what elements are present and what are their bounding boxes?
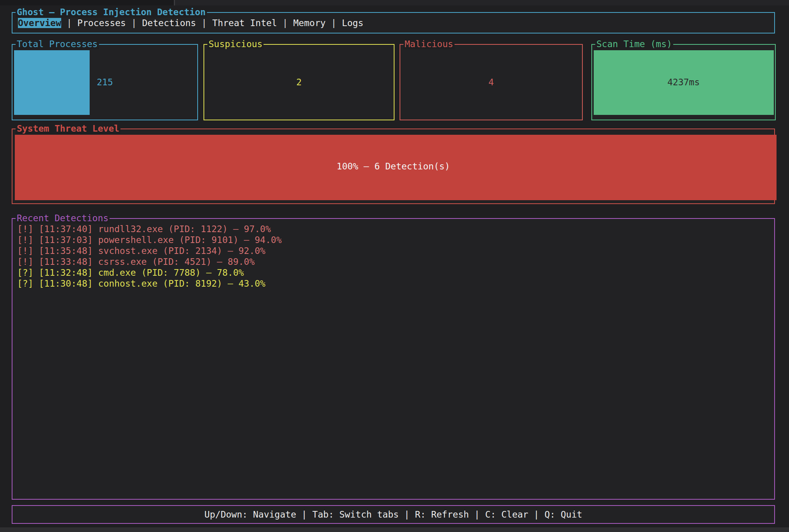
window-top-edge-segment (175, 0, 789, 5)
window-tab-divider (174, 0, 175, 5)
recent-detections-title: Recent Detections (16, 213, 110, 224)
threat-gauge-label: 100% — 6 Detection(s) (12, 129, 774, 203)
window-bottom-edge (0, 527, 789, 532)
tab-separator: | (126, 18, 142, 28)
tab-memory[interactable]: Memory (293, 18, 326, 28)
recent-detections-panel: Recent Detections [!] [11:37:40] rundll3… (12, 218, 775, 500)
suspicious-card: Suspicious 2 (203, 44, 394, 120)
tab-separator: | (196, 18, 212, 28)
suspicious-value: 2 (204, 45, 394, 120)
tab-detections[interactable]: Detections (142, 18, 196, 28)
scan-time-value: 4237ms (592, 45, 775, 120)
tab-separator: | (61, 18, 78, 28)
detection-row[interactable]: [!] [11:37:03] powershell.exe (PID: 9101… (17, 234, 774, 245)
tab-threat-intel[interactable]: Threat Intel (212, 18, 277, 28)
tab-overview[interactable]: Overview (18, 18, 61, 28)
app-title: Ghost — Process Injection Detection (16, 7, 207, 18)
detection-row[interactable]: [!] [11:37:40] rundll32.exe (PID: 1122) … (17, 224, 774, 234)
tab-separator: | (326, 18, 342, 28)
help-bar: Up/Down: Navigate | Tab: Switch tabs | R… (12, 505, 775, 524)
system-threat-level-panel: System Threat Level 100% — 6 Detection(s… (12, 129, 775, 204)
scan-time-card: Scan Time (ms) 4237ms (591, 44, 776, 120)
window-top-edge (0, 0, 789, 5)
detection-row[interactable]: [?] [11:32:48] cmd.exe (PID: 7788) — 78.… (17, 267, 774, 278)
total-processes-value: 215 (12, 45, 197, 120)
detection-row[interactable]: [!] [11:35:48] svchost.exe (PID: 2134) —… (17, 245, 774, 256)
tab-bar: Ghost — Process Injection Detection Over… (12, 12, 775, 33)
tab-separator: | (277, 18, 294, 28)
detections-list: [!] [11:37:40] rundll32.exe (PID: 1122) … (12, 219, 774, 289)
tab-processes[interactable]: Processes (77, 18, 126, 28)
malicious-card: Malicious 4 (400, 44, 583, 120)
malicious-value: 4 (400, 45, 582, 120)
detection-row[interactable]: [!] [11:33:48] csrss.exe (PID: 4521) — 8… (17, 256, 774, 267)
tab-logs[interactable]: Logs (342, 18, 363, 28)
total-processes-card: Total Processes 215 (12, 44, 198, 120)
help-text: Up/Down: Navigate | Tab: Switch tabs | R… (204, 509, 582, 520)
detection-row[interactable]: [?] [11:30:48] conhost.exe (PID: 8192) —… (17, 278, 774, 289)
